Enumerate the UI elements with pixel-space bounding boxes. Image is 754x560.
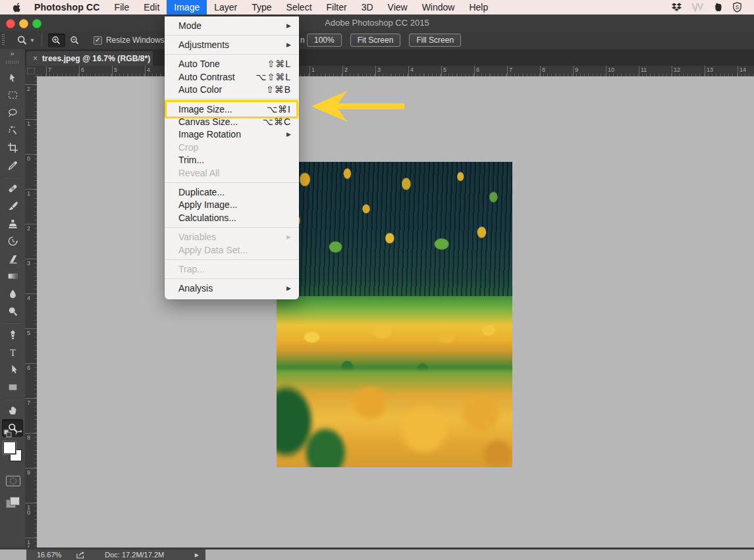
- fit-screen-button[interactable]: Fit Screen: [350, 34, 401, 47]
- menu-item-label: Duplicate...: [178, 187, 291, 197]
- menu-item-duplicate[interactable]: Duplicate...: [165, 186, 299, 198]
- marquee-tool[interactable]: [2, 87, 23, 105]
- menubar-item-3d[interactable]: 3D: [354, 0, 381, 14]
- blur-tool[interactable]: [2, 285, 23, 303]
- horizontal-ruler[interactable]: 76541234567891011121314: [37, 66, 754, 77]
- v-ruler-label: 1: [27, 121, 33, 126]
- foreground-background-swatches[interactable]: [3, 442, 22, 461]
- menubar-item-view[interactable]: View: [381, 0, 415, 14]
- current-tool-preset[interactable]: ▼: [16, 35, 35, 46]
- menu-item-auto-tone[interactable]: Auto Tone⇧⌘L: [165, 58, 299, 70]
- toolbar-separator: [4, 320, 21, 326]
- ruler-origin-box[interactable]: [25, 66, 38, 77]
- menu-item-reveal-all: Reveal All: [165, 166, 299, 179]
- eyedropper-tool[interactable]: [2, 157, 23, 174]
- clone-stamp-tool[interactable]: [2, 215, 23, 233]
- menu-item-auto-contrast[interactable]: Auto Contrast⌥⇧⌘L: [165, 70, 299, 83]
- menubar-item-window[interactable]: Window: [415, 0, 462, 14]
- eraser-tool[interactable]: [2, 250, 23, 268]
- window-titlebar[interactable]: Adobe Photoshop CC 2015: [0, 14, 754, 31]
- fill-screen-button[interactable]: Fill Screen: [409, 34, 461, 47]
- menu-item-image-rotation[interactable]: Image Rotation▶: [165, 128, 299, 141]
- apple-menu-icon[interactable]: [13, 2, 21, 13]
- document-tab[interactable]: × trees.jpeg @ 16.7% (RGB/8*): [26, 51, 153, 66]
- foreground-color-swatch[interactable]: [3, 442, 16, 454]
- hand-tool[interactable]: [2, 402, 23, 420]
- menubar-item-type[interactable]: Type: [244, 0, 279, 14]
- v-ruler-tick: [25, 538, 37, 538]
- status-flyout-arrow-icon[interactable]: ▶: [195, 552, 199, 558]
- export-icon[interactable]: [76, 551, 86, 559]
- screen-mode-button[interactable]: [6, 497, 19, 507]
- lasso-tool[interactable]: [2, 104, 23, 122]
- options-bar-grip[interactable]: [2, 34, 5, 46]
- menubar-item-help[interactable]: Help: [462, 0, 495, 14]
- shield-s-icon[interactable]: S: [732, 2, 742, 13]
- macos-menubar: Photoshop CCFileEditImageLayerTypeSelect…: [0, 0, 754, 14]
- shape-tool[interactable]: [2, 378, 23, 396]
- menu-item-label: Auto Contrast: [178, 72, 250, 82]
- h-ruler-label: 5: [443, 66, 446, 73]
- menu-item-trim[interactable]: Trim...: [165, 154, 299, 166]
- move-tool-icon: [7, 72, 18, 84]
- menubar-item-layer[interactable]: Layer: [207, 0, 244, 14]
- vertical-ruler[interactable]: 2101234567891011: [25, 76, 38, 547]
- zoom-level-field[interactable]: 16.67%: [37, 551, 61, 559]
- menubar-item-select[interactable]: Select: [279, 0, 319, 14]
- healing-brush-tool[interactable]: [2, 180, 23, 198]
- menubar-item-image[interactable]: Image: [167, 0, 207, 14]
- move-tool[interactable]: [2, 69, 23, 87]
- zoom-in-mode-button[interactable]: [48, 34, 65, 47]
- type-tool[interactable]: T: [2, 344, 23, 361]
- 100-button[interactable]: 100%: [307, 34, 342, 47]
- menu-item-label: Image Size...: [178, 104, 261, 115]
- menu-item-auto-color[interactable]: Auto Color⇧⌘B: [165, 84, 299, 96]
- menubar-item-file[interactable]: File: [107, 0, 137, 14]
- menu-item-label: Canvas Size...: [178, 116, 257, 127]
- submenu-arrow-icon: ▶: [286, 22, 291, 29]
- checkbox-checked-icon[interactable]: ✓: [94, 36, 102, 45]
- h-ruler-tick: [46, 66, 47, 76]
- v-ruler-label: 10: [27, 505, 33, 515]
- v-icon[interactable]: [691, 3, 704, 12]
- menu-item-analysis[interactable]: Analysis▶: [165, 282, 299, 295]
- panel-grip[interactable]: [6, 61, 19, 64]
- dodge-tool[interactable]: [2, 303, 23, 320]
- close-tab-icon[interactable]: ×: [26, 54, 42, 63]
- menubar-item-photoshop-cc[interactable]: Photoshop CC: [27, 0, 107, 14]
- brush-tool[interactable]: [2, 197, 23, 215]
- collapse-panel-chevrons[interactable]: »: [0, 49, 25, 59]
- menu-item-label: Apply Data Set...: [178, 245, 291, 255]
- evernote-icon[interactable]: [713, 2, 723, 13]
- h-ruler-label: 6: [476, 66, 479, 73]
- path-select-tool[interactable]: [2, 361, 23, 379]
- pen-tool[interactable]: [2, 326, 23, 344]
- canvas-pasteboard[interactable]: [37, 76, 754, 547]
- menu-item-adjustments[interactable]: Adjustments▶: [165, 38, 299, 51]
- quick-mask-mode-button[interactable]: [6, 476, 20, 486]
- crop-tool[interactable]: [2, 139, 23, 157]
- menu-item-label: Trim...: [178, 155, 291, 165]
- dropbox-icon[interactable]: [671, 2, 682, 13]
- document-image-trees[interactable]: [277, 162, 512, 467]
- menu-item-apply-image[interactable]: Apply Image...: [165, 199, 299, 211]
- v-ruler-tick: [25, 398, 37, 399]
- gradient-tool[interactable]: [2, 268, 23, 286]
- healing-brush-tool-icon: [7, 183, 18, 194]
- menu-item-canvas-size[interactable]: Canvas Size...⌥⌘C: [165, 115, 299, 128]
- menu-item-image-size[interactable]: Image Size...⌥⌘I: [165, 103, 299, 115]
- v-ruler-label: 3: [27, 261, 33, 266]
- menubar-item-filter[interactable]: Filter: [319, 0, 354, 14]
- quick-mask-icon: [10, 478, 16, 484]
- zoom-out-mode-button[interactable]: [67, 34, 84, 47]
- magic-wand-tool[interactable]: [2, 122, 23, 140]
- history-brush-tool[interactable]: [2, 232, 23, 250]
- menubar-items: Photoshop CCFileEditImageLayerTypeSelect…: [27, 0, 495, 14]
- menu-item-calculations[interactable]: Calculations...: [165, 211, 299, 224]
- h-ruler-tick: [408, 66, 409, 76]
- menu-item-mode[interactable]: Mode▶: [165, 19, 299, 32]
- menubar-item-edit[interactable]: Edit: [136, 0, 167, 14]
- default-swap-colors[interactable]: [0, 428, 25, 440]
- h-ruler-label: 12: [674, 66, 680, 73]
- menu-item-label: Analysis: [178, 283, 281, 293]
